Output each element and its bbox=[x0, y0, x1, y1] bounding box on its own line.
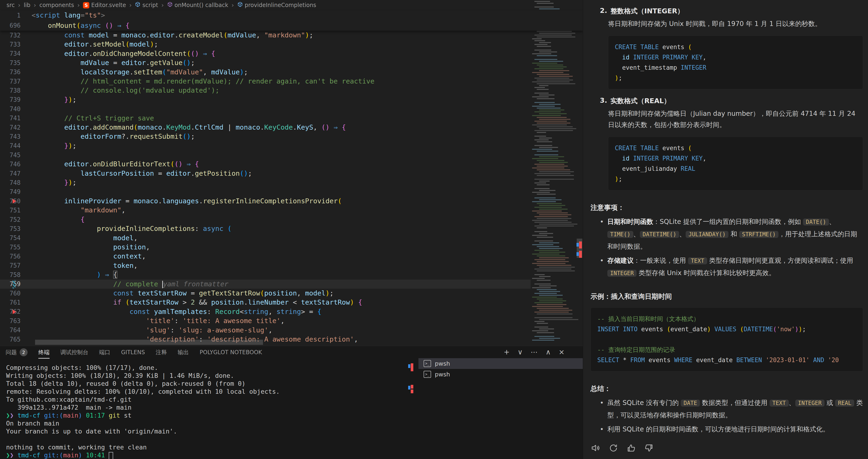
breadcrumb-separator: › bbox=[34, 2, 36, 9]
panel-actions[interactable]: +∨⋯∧× bbox=[504, 348, 564, 356]
terminal-tabs-list[interactable]: >_pwsh>_pwsh bbox=[418, 358, 583, 380]
code-line[interactable]: 732 const model = monaco.editor.createMo… bbox=[0, 31, 531, 40]
terminal-line: Compressing objects: 100% (17/17), done. bbox=[6, 364, 280, 372]
chat-code-block: CREATE TABLE events ( id INTEGER PRIMARY… bbox=[608, 137, 863, 191]
panel-tabs[interactable]: 问题2终端调试控制台端口GITLENS注释输出POLYGLOT NOTEBOOK bbox=[0, 346, 583, 358]
breadcrumb-item[interactable]: onMount() callback bbox=[167, 2, 228, 9]
panel-tab[interactable]: 输出 bbox=[178, 346, 189, 358]
overview-decoration bbox=[577, 243, 579, 247]
terminal-line: ❯❯ tmd-cf git:(main) 01:17 git st bbox=[6, 411, 280, 420]
panel-tab[interactable]: 端口 bbox=[99, 346, 110, 358]
speaker-icon[interactable] bbox=[591, 443, 600, 453]
bottom-panel: 问题2终端调试控制台端口GITLENS注释输出POLYGLOT NOTEBOOK… bbox=[0, 346, 583, 459]
symbol-cube-blue bbox=[135, 2, 141, 9]
terminal-line bbox=[6, 435, 280, 443]
editor-lines[interactable]: 732 const model = monaco.editor.createMo… bbox=[0, 31, 583, 344]
code-line[interactable]: 733 editor.setModel(model); bbox=[0, 40, 531, 49]
chat-paragraph: 将日期和时间存储为儒略日（Julian day number），即自公元前 47… bbox=[608, 108, 863, 131]
chat-heading: 示例：插入和查询日期时间 bbox=[590, 292, 863, 301]
panel-tab[interactable]: POLYGLOT NOTEBOOK bbox=[199, 346, 262, 358]
code-line[interactable]: 752 { bbox=[0, 215, 531, 224]
breadcrumb-item[interactable]: provideInlineCompletions bbox=[237, 2, 316, 9]
code-line[interactable]: 756 context, bbox=[0, 252, 531, 261]
thumbs-down-icon[interactable] bbox=[644, 443, 654, 453]
code-line[interactable]: 762 const yamlTemplates: Record<string, … bbox=[0, 307, 531, 316]
terminal-line: ❯❯ tmd-cf git:(main) 10:41 bbox=[6, 451, 280, 459]
panel-tab[interactable]: 终端 bbox=[38, 346, 50, 358]
code-line[interactable]: 696 onMount(async () ⇒ { bbox=[0, 21, 583, 31]
close-panel-icon[interactable]: × bbox=[559, 348, 564, 356]
terminal-line: On branch main bbox=[6, 420, 280, 427]
code-line[interactable]: 759 // complete yaml frontmatter bbox=[0, 280, 531, 289]
svelte-icon: S bbox=[83, 2, 89, 8]
breadcrumb-separator: › bbox=[231, 2, 234, 9]
code-line[interactable]: 740 bbox=[0, 104, 531, 113]
panel-tab[interactable]: 问题2 bbox=[6, 346, 28, 358]
horizontal-scrollbar[interactable] bbox=[35, 340, 263, 345]
chat-bullet-list: 日期和时间函数：SQLite 提供了一组内置的日期和时间函数，例如 DATE()… bbox=[590, 216, 863, 279]
terminal-output[interactable]: Compressing objects: 100% (17/17), done.… bbox=[6, 364, 280, 459]
launch-profile-chevron-icon[interactable]: ∨ bbox=[518, 348, 523, 356]
chat-response-actions[interactable] bbox=[591, 443, 863, 453]
code-line[interactable]: 761 if (textStartRow > 2 && position.lin… bbox=[0, 298, 531, 307]
retry-icon[interactable] bbox=[609, 443, 618, 453]
code-line[interactable]: 735 mdValue = editor.getValue(); bbox=[0, 58, 531, 67]
terminal-tab[interactable]: >_pwsh bbox=[418, 358, 583, 369]
code-line[interactable]: 750 inlineProvider = monaco.languages.re… bbox=[0, 197, 531, 206]
terminal-icon: >_ bbox=[424, 360, 431, 367]
breadcrumb[interactable]: src›lib›components›SEditor.svelte›script… bbox=[0, 0, 583, 10]
code-line[interactable]: 764 'slug': 'slug: a-awesome-slug', bbox=[0, 326, 531, 335]
breadcrumb-item[interactable]: script bbox=[135, 2, 158, 9]
code-line[interactable]: 741 // Ctrl+S trigger save bbox=[0, 114, 531, 123]
code-line[interactable]: 758 ) ⇒ { bbox=[0, 270, 531, 279]
code-line[interactable]: 760 const textStartRow = getTextStartRow… bbox=[0, 289, 531, 298]
code-line[interactable]: 753 provideInlineCompletions: async ( bbox=[0, 224, 531, 233]
breadcrumb-item[interactable]: lib bbox=[24, 2, 30, 8]
breadcrumb-item[interactable]: src bbox=[6, 2, 15, 8]
symbol-cube-blue bbox=[237, 2, 243, 9]
code-line[interactable]: 754 model, bbox=[0, 233, 531, 242]
panel-tab[interactable]: GITLENS bbox=[121, 346, 145, 358]
chat-bullet: 虽然 SQLite 没有专门的 DATE 数据类型，但通过使用 TEXT、INT… bbox=[598, 397, 863, 421]
chat-bullet: 存储建议：一般来说，使用 TEXT 类型存储日期时间更直观，方便阅读和调试；使用… bbox=[598, 255, 863, 279]
panel-tab[interactable]: 调试控制台 bbox=[60, 346, 88, 358]
code-line[interactable]: 736 localStorage.setItem("mdValue", mdVa… bbox=[0, 67, 531, 77]
panel-tab[interactable]: 注释 bbox=[156, 346, 167, 358]
vertical-scrollbar[interactable] bbox=[576, 0, 583, 346]
minimap[interactable] bbox=[531, 0, 576, 346]
terminal-line: 399a123..971a472 main -> main bbox=[6, 404, 280, 411]
code-line[interactable]: 751 "markdown", bbox=[0, 206, 531, 215]
breadcrumb-item[interactable]: components bbox=[39, 2, 74, 8]
code-line[interactable]: 749 bbox=[0, 188, 531, 197]
code-line[interactable]: 746 editor.onDidBlurEditorText(() ⇒ { bbox=[0, 160, 531, 169]
overview-decoration bbox=[579, 241, 582, 249]
overview-decoration bbox=[579, 251, 582, 258]
copilot-chat-panel: 2.整数格式（INTEGER）将日期和时间存储为 Unix 时间戳，即自 197… bbox=[583, 0, 868, 459]
code-editor[interactable]: src›lib›components›SEditor.svelte›script… bbox=[0, 0, 583, 346]
new-terminal-icon[interactable]: + bbox=[504, 348, 509, 356]
thumbs-up-icon[interactable] bbox=[626, 443, 636, 453]
code-line[interactable]: 747 lastCursorPosition = editor.getPosit… bbox=[0, 169, 531, 178]
code-line[interactable]: 734 editor.onDidChangeModelContent(() ⇒ … bbox=[0, 49, 531, 58]
maximize-panel-icon[interactable]: ∧ bbox=[546, 348, 551, 356]
code-line[interactable]: 738 // console.log('mdvalue updated'); bbox=[0, 86, 531, 95]
code-line[interactable]: 745 bbox=[0, 150, 531, 160]
terminal-tab[interactable]: >_pwsh bbox=[418, 369, 583, 380]
breadcrumb-item[interactable]: SEditor.svelte bbox=[83, 2, 126, 8]
gutter-marker bbox=[12, 310, 16, 314]
code-line[interactable]: 748 }); bbox=[0, 178, 531, 187]
code-line[interactable]: 757 token, bbox=[0, 261, 531, 270]
terminal-line: nothing to commit, working tree clean bbox=[6, 443, 280, 451]
code-line[interactable]: 763 'title': 'title: A awesome title', bbox=[0, 316, 531, 325]
code-line[interactable]: 737 // html_content = md.render(mdValue)… bbox=[0, 77, 531, 86]
more-actions-icon[interactable]: ⋯ bbox=[531, 348, 538, 356]
code-line[interactable]: 739 }); bbox=[0, 95, 531, 104]
code-line[interactable]: 744 }); bbox=[0, 141, 531, 150]
code-line[interactable]: 743 editorForm?.requestSubmit(); bbox=[0, 132, 531, 141]
chat-bullet: 利用 SQLite 的日期和时间函数，可以方便地进行日期时间的计算和格式化。 bbox=[598, 423, 863, 435]
code-line[interactable]: 742 editor.addCommand(monaco.KeyMod.Ctrl… bbox=[0, 123, 531, 132]
chat-heading: 总结： bbox=[590, 384, 863, 394]
code-line[interactable]: 755 position, bbox=[0, 242, 531, 252]
code-line[interactable]: 1<script lang="ts"> bbox=[0, 10, 583, 21]
chat-heading: 注意事项： bbox=[590, 203, 863, 212]
